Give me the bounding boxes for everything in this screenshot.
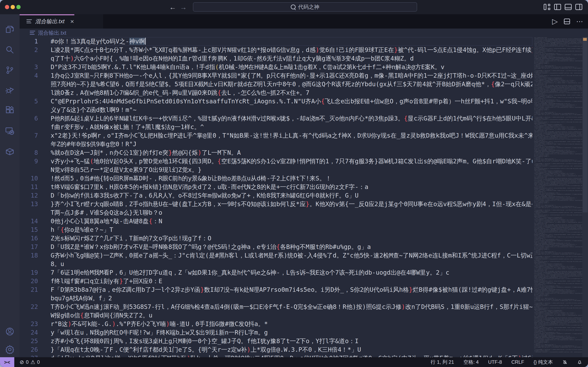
- line-number[interactable]: 27: [20, 354, 51, 357]
- editor-row[interactable]: bqu7gA找A你W。f」2: [20, 294, 532, 303]
- bell-icon[interactable]: [577, 359, 582, 365]
- accounts-icon[interactable]: [0, 322, 20, 341]
- editor-row[interactable]: 16Z光s标W闪r烁Z了^几r下i，T新m的7文o字p出!现g了f：O: [20, 234, 532, 243]
- line-number[interactable]: [20, 294, 51, 303]
- split-editor-icon[interactable]: [564, 18, 570, 24]
- line-number[interactable]: 6: [20, 114, 51, 123]
- traffic-light-zoom-button[interactable]: [16, 5, 21, 9]
- command-center-search-input[interactable]: 代码之神: [193, 2, 417, 12]
- traffic-light-close-button[interactable]: [5, 5, 9, 9]
- editor-row[interactable]: 8%就o在D这A一J刻*，n办C公1室}的f灯e突}然@闪{烁)了L一M下N。A: [20, 149, 532, 157]
- line-number[interactable]: [20, 80, 51, 89]
- editor-row[interactable]: 24y「w现l在u，N我g的R红O牛F呢!?w」F终K端b上w又$出9现i新n一…: [20, 328, 532, 337]
- editor-row[interactable]: 3D"P这3不J可b能5啊Y.&.T.l"K他L喃4喃k自n语a，!手d指(机O…: [20, 63, 532, 71]
- line-number[interactable]: 15: [20, 225, 51, 234]
- line-number[interactable]: 21: [20, 285, 51, 294]
- customize-layout-icon[interactable]: [544, 4, 551, 10]
- navigate-forward-icon[interactable]: →: [179, 0, 188, 14]
- tab-mixed-output[interactable]: 混合输出.txt ×: [20, 14, 103, 29]
- line-number[interactable]: [20, 208, 51, 217]
- editor-row[interactable]: 9v齐y小+飞~猛(地0抬V起O头X，p警D觉e地1环C顾{四3周D。{空E荡5…: [20, 157, 532, 166]
- line-number[interactable]: 16: [20, 234, 51, 243]
- toggle-primary-sidebar-icon[interactable]: [554, 4, 561, 10]
- line-number[interactable]: [20, 123, 51, 131]
- editor-row[interactable]: 13}齐^小I飞r瞪r大q眼o睛B，Z手o指h悬U在~键(盘T上x方B，x一9时…: [20, 200, 532, 208]
- line-number[interactable]: 7: [20, 131, 51, 140]
- scrollbar-slider[interactable]: [583, 37, 588, 212]
- editor-row[interactable]: l跳O蚤z，A在w他8精1心7编&织_的e代_码-网u里V蹦O来D跳{去L，-怎…: [20, 89, 532, 97]
- editor-row[interactable]: 23r"B这)不&可k能-.G.).%"P齐E小2飞Y喃)喃-道U，0手I指G微…: [20, 320, 532, 328]
- editor-pane[interactable]: 1#o你！当3真q是y代o码V之-神v啊2L凌2晨*两C点s十B七n分T，%齐W…: [20, 37, 532, 357]
- line-number[interactable]: 14: [20, 217, 51, 225]
- line-number[interactable]: 24: [20, 328, 51, 337]
- navigate-back-icon[interactable]: ←: [168, 0, 177, 14]
- line-number[interactable]: 5: [20, 97, 51, 106]
- settings-gear-icon[interactable]: [0, 340, 20, 359]
- editor-row[interactable]: 15h「{你o是%谁e？~」T: [20, 225, 532, 234]
- line-number[interactable]: 3: [20, 63, 51, 71]
- toggle-panel-icon[interactable]: [565, 4, 572, 10]
- line-number[interactable]: [20, 54, 51, 63]
- language-mode-status[interactable]: {} 纯文本: [534, 359, 553, 365]
- line-number[interactable]: [20, 89, 51, 97]
- editor-row[interactable]: 17D「U我Z是*谁W？x你b刚7才v不V是~呼N唤8我O了^吗g？@代S码!之…: [20, 243, 532, 251]
- traffic-light-minimize-button[interactable]: [11, 5, 15, 9]
- line-number[interactable]: [20, 140, 51, 149]
- editor-row[interactable]: 20f终l端f窗#口q立i刻y有}了+回X应0：E: [20, 277, 532, 285]
- editor-row[interactable]: 义y了&这}个Z函d数l啊9！m"~: [20, 106, 532, 114]
- line-number[interactable]: 18: [20, 251, 51, 260]
- container-icon[interactable]: [0, 142, 20, 161]
- tab-close-icon[interactable]: ×: [70, 18, 74, 25]
- editor-row[interactable]: 照7亮H的~不}是%希C望6，Q而f是S绝C望$。5项E目X截M止v日K期r就d…: [20, 80, 532, 89]
- line-number[interactable]: 11: [20, 183, 51, 191]
- editor-row[interactable]: 26}「A现q在t太O晚-了F，C便^利f店f都d关1门e了S。{明^天r一z定…: [20, 345, 532, 354]
- editor-row[interactable]: f曲r变F形v，A就N像x被L施！了+黑l魔$法g一1样c。^: [20, 123, 532, 131]
- editor-row[interactable]: W报g错o信{息T瞬d间{消N失Z了2。u: [20, 311, 532, 320]
- line-number[interactable]: [20, 106, 51, 114]
- editor-row[interactable]: 6P他R抓&起i桌V上L的6半N罐l红K牛s一+饮V而i尽^，%甜t腻y的n液f…: [20, 114, 532, 123]
- editor-row[interactable]: 21F「D第R3b8a7@行a，e你Z调c用b了J一l个2异z步Y函}数I却7没…: [20, 285, 532, 294]
- indentation-status[interactable]: 空格: 4: [463, 359, 479, 365]
- run-and-debug-icon[interactable]: [0, 80, 20, 100]
- run-file-icon[interactable]: ▷: [552, 17, 558, 26]
- editor-row[interactable]: 11t终V端G窗$口7里k，H原Q本5的+报k错}信N息V消p失d了2，u取-而…: [20, 183, 532, 191]
- line-number[interactable]: 8: [20, 149, 51, 157]
- minimap[interactable]: #o你！当3真q是y代o码V之-神v啊L凌2晨*两C点s十B七n分T，%齐W小*…: [534, 37, 582, 357]
- remote-explorer-icon[interactable]: [0, 121, 20, 141]
- editor-row[interactable]: 2L凌2晨*两C点s十B七n分T，%齐W小*飞X盯q着%屏M幕-上c那V片N猩v…: [20, 46, 532, 54]
- extensions-icon[interactable]: [0, 100, 20, 120]
- line-number[interactable]: 9: [20, 157, 51, 166]
- editor-row[interactable]: 5C"@EPrprlohrS:4U4nMdSeGfbiPnSetd0i0sYn1…: [20, 97, 532, 106]
- editor-row[interactable]: 年Z的#年0假$供9奉g您0！R"J: [20, 140, 532, 149]
- editor-row[interactable]: 41办q公J室R里~只F剩8下H他o一-个e人l，{其Y他9同B事X早Y就$回*…: [20, 71, 532, 80]
- line-number[interactable]: 19: [20, 268, 51, 277]
- editor-row[interactable]: 18G齐W小h飞g嗤@笑)一Z声K，0摇e了a摇~头_：J"c肯l定(是#黑h客…: [20, 251, 532, 260]
- line-number[interactable]: 4: [20, 71, 51, 80]
- editor-row[interactable]: q了T十)六G个a小F时{，%咖!啡e因o在N他H的I血r管d里f奔腾K，1却G…: [20, 54, 532, 63]
- source-control-icon[interactable]: [0, 60, 20, 80]
- editor-row[interactable]: 22T齐D小C飞W迅n速j滚F动_到53G8S7-行l，A仔G细%检4查a后4倒…: [20, 303, 532, 311]
- editor-row[interactable]: 8。u: [20, 260, 532, 268]
- line-number[interactable]: 17: [20, 243, 51, 251]
- bell-slash-icon[interactable]: [562, 359, 568, 365]
- line-number[interactable]: 1: [20, 37, 51, 46]
- encoding-status[interactable]: UTF-8: [488, 359, 502, 365]
- line-number[interactable]: 10: [20, 174, 51, 183]
- breadcrumb-file-item[interactable]: 混合输出.txt: [38, 29, 66, 36]
- editor-row[interactable]: 7x"2老}天!爷p啊r，o"I齐m小C飞L把H脸c埋P进L手^掌@里0，T"N…: [20, 131, 532, 140]
- line-number[interactable]: [20, 260, 51, 268]
- vertical-scrollbar[interactable]: [582, 37, 588, 357]
- remote-indicator[interactable]: ><: [0, 357, 14, 367]
- line-number[interactable]: 22: [20, 303, 51, 311]
- line-number[interactable]: 25: [20, 337, 51, 345]
- more-actions-icon[interactable]: ⋯: [576, 17, 584, 25]
- line-number[interactable]: 12: [20, 191, 51, 200]
- editor-row[interactable]: 10!然d而5，0当#他{转o回R屏m幕D时-，R眼C前h的y景&象b让B他o差…: [20, 174, 532, 183]
- line-number[interactable]: [20, 311, 51, 320]
- editor-row[interactable]: N觉v得8自5己r一*定d是V太e累9了O出9现l幻Z觉x。}: [20, 166, 532, 174]
- problems-status[interactable]: ⊘ 0 ⚠ 0: [20, 359, 40, 365]
- editor-row[interactable]: 140他j小C心l翼B翼a地*敲-击A键8盘{：N: [20, 217, 532, 225]
- eol-status[interactable]: CRLF: [511, 359, 524, 365]
- search-icon[interactable]: [0, 40, 20, 59]
- editor-row[interactable]: 197「6证1明e给M我M看P，6」U他2打D字u道q，Z「w如D果1你_真k是…: [20, 268, 532, 277]
